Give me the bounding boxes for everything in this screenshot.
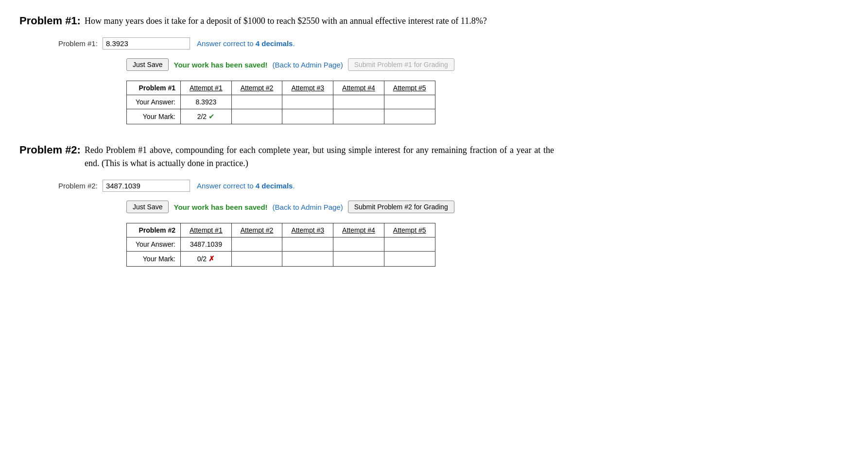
problem-2-input-label: Problem #2: <box>58 182 98 190</box>
cross-icon: ✗ <box>208 254 215 263</box>
problem-2-text: Redo Problem #1 above, compounding for e… <box>85 144 554 170</box>
problem-1-back-link[interactable]: (Back to Admin Page) <box>273 61 343 69</box>
problem-2-action-row: Just Save Your work has been saved! (Bac… <box>126 201 849 213</box>
problem-1-input[interactable] <box>103 37 190 50</box>
problem-1-attempts-table: Problem #1 Attempt #1 Attempt #2 Attempt… <box>126 81 435 124</box>
problem-2-back-link[interactable]: (Back to Admin Page) <box>273 203 343 211</box>
problem-1-answer-hint: Answer correct to 4 decimals. <box>197 39 295 48</box>
table-row: Your Answer: 8.3923 <box>127 95 435 109</box>
problem-2-table-header-col3: Attempt #3 <box>282 223 333 237</box>
problem-1-section: Problem #1: How many years does it take … <box>19 15 849 124</box>
problem-2-answer-label: Your Answer: <box>127 237 181 252</box>
problem-1-attempt1-mark: 2/2 ✔ <box>180 109 231 124</box>
problem-1-mark-label: Your Mark: <box>127 109 181 124</box>
problem-1-table-header-col1: Attempt #1 <box>180 81 231 95</box>
problem-2-attempt1-answer: 3487.1039 <box>180 237 231 252</box>
problem-2-input-row: Problem #2: Answer correct to 4 decimals… <box>58 180 849 192</box>
problem-2-saved-message: Your work has been saved! <box>174 203 267 211</box>
problem-1-input-label: Problem #1: <box>58 39 98 48</box>
problem-1-label: Problem #1: <box>19 15 81 27</box>
problem-2-attempts-table: Problem #2 Attempt #1 Attempt #2 Attempt… <box>126 223 435 267</box>
problem-2-table-header-col1: Attempt #1 <box>180 223 231 237</box>
problem-1-save-button[interactable]: Just Save <box>126 58 169 71</box>
problem-1-table-header-col3: Attempt #3 <box>282 81 333 95</box>
problem-2-save-button[interactable]: Just Save <box>126 201 169 213</box>
problem-1-attempt1-answer: 8.3923 <box>180 95 231 109</box>
problem-1-text: How many years does it take for a deposi… <box>85 15 487 28</box>
problem-1-saved-message: Your work has been saved! <box>174 61 267 69</box>
problem-1-action-row: Just Save Your work has been saved! (Bac… <box>126 58 849 71</box>
problem-2-submit-button[interactable]: Submit Problem #2 for Grading <box>348 201 454 213</box>
problem-2-label: Problem #2: <box>19 144 81 156</box>
problem-2-table-header-col2: Attempt #2 <box>231 223 282 237</box>
problem-2-table-header-col0: Problem #2 <box>127 223 181 237</box>
problem-2-attempt1-mark: 0/2 ✗ <box>180 252 231 267</box>
problem-1-table-header-col2: Attempt #2 <box>231 81 282 95</box>
problem-2-mark-label: Your Mark: <box>127 252 181 267</box>
problem-2-title-row: Problem #2: Redo Problem #1 above, compo… <box>19 144 554 170</box>
problem-1-table-header-col4: Attempt #4 <box>333 81 384 95</box>
problem-2-table-header-col4: Attempt #4 <box>333 223 384 237</box>
problem-2-answer-hint: Answer correct to 4 decimals. <box>197 182 295 190</box>
problem-1-input-row: Problem #1: Answer correct to 4 decimals… <box>58 37 849 50</box>
check-icon: ✔ <box>208 112 215 120</box>
problem-1-submit-button[interactable]: Submit Problem #1 for Grading <box>348 58 454 71</box>
problem-2-section: Problem #2: Redo Problem #1 above, compo… <box>19 144 849 267</box>
problem-1-title-row: Problem #1: How many years does it take … <box>19 15 554 28</box>
problem-2-input[interactable] <box>103 180 190 192</box>
problem-1-answer-label: Your Answer: <box>127 95 181 109</box>
problem-2-table-header-col5: Attempt #5 <box>384 223 435 237</box>
problem-1-table-header-col0: Problem #1 <box>127 81 181 95</box>
table-row: Your Answer: 3487.1039 <box>127 237 435 252</box>
table-row: Your Mark: 2/2 ✔ <box>127 109 435 124</box>
table-row: Your Mark: 0/2 ✗ <box>127 252 435 267</box>
problem-1-table-header-col5: Attempt #5 <box>384 81 435 95</box>
